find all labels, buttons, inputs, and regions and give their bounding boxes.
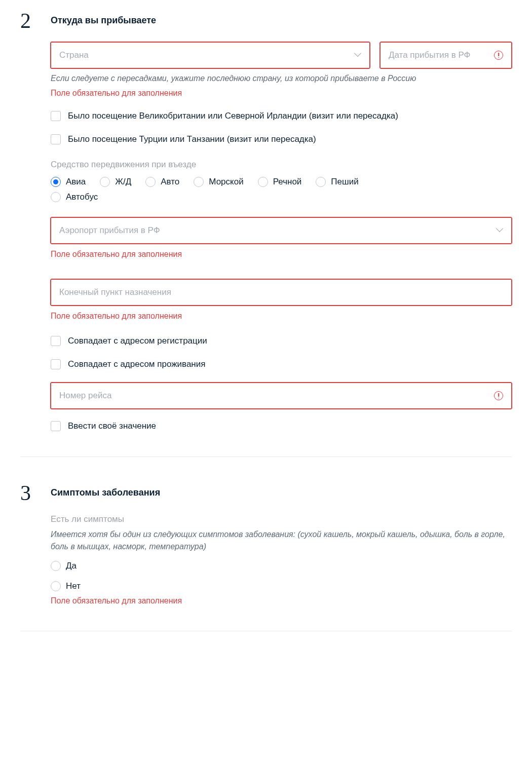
symptoms-error: Поле обязательно для заполнения xyxy=(51,596,512,605)
checkbox-same-reg[interactable] xyxy=(51,336,61,346)
symptoms-hint: Имеется хотя бы один из следующих симпто… xyxy=(51,528,512,553)
radio-label-sea: Морской xyxy=(209,177,243,187)
radio-label-river: Речной xyxy=(273,177,302,187)
destination-error: Поле обязательно для заполнения xyxy=(51,312,512,321)
step-number-3: 3 xyxy=(20,482,35,605)
radio-yes[interactable] xyxy=(51,561,61,571)
radio-item-river[interactable]: Речной xyxy=(258,177,302,187)
checkbox-visited-turkey[interactable] xyxy=(51,134,61,144)
section-symptoms: 3 Симптомы заболевания Есть ли симптомы … xyxy=(20,482,512,631)
checkbox-visited-uk[interactable] xyxy=(51,111,61,121)
section-2-body: Откуда вы прибываете Страна Дата прибыти… xyxy=(51,10,512,431)
symptoms-radio-group: Да Нет xyxy=(51,561,512,591)
radio-label-auto: Авто xyxy=(161,177,179,187)
radio-item-sea[interactable]: Морской xyxy=(194,177,243,187)
label-visited-turkey: Было посещение Турции или Танзании (визи… xyxy=(68,134,316,144)
section-3-body: Симптомы заболевания Есть ли симптомы Им… xyxy=(51,482,512,605)
radio-rail[interactable] xyxy=(100,177,110,187)
radio-river[interactable] xyxy=(258,177,268,187)
checkbox-custom-value[interactable] xyxy=(51,421,61,431)
label-custom-value: Ввести своё значение xyxy=(68,421,156,431)
radio-label-rail: Ж/Д xyxy=(115,177,131,187)
alert-icon xyxy=(494,51,503,60)
radio-foot[interactable] xyxy=(316,177,326,187)
country-select[interactable]: Страна xyxy=(51,42,370,68)
transit-hint: Если следуете с пересадками, укажите пос… xyxy=(51,72,512,85)
step-number-2: 2 xyxy=(20,10,35,431)
symptoms-label: Есть ли симптомы xyxy=(51,514,512,524)
arrival-date-input[interactable]: Дата прибытия в РФ xyxy=(380,42,512,68)
section-origin: 2 Откуда вы прибываете Страна Дата прибы… xyxy=(20,10,512,457)
label-same-live: Совпадает с адресом проживания xyxy=(68,359,205,369)
radio-label-foot: Пеший xyxy=(331,177,358,187)
transport-group-label: Средство передвижения при въезде xyxy=(51,160,512,170)
airport-placeholder: Аэропорт прибытия в РФ xyxy=(59,225,496,236)
flight-input[interactable]: Номер рейса xyxy=(51,383,512,409)
section-3-title: Симптомы заболевания xyxy=(51,482,512,498)
radio-bus[interactable] xyxy=(51,192,61,202)
radio-label-no: Нет xyxy=(66,581,81,591)
country-error: Поле обязательно для заполнения xyxy=(51,89,512,98)
section-2-title: Откуда вы прибываете xyxy=(51,10,512,26)
radio-sea[interactable] xyxy=(194,177,204,187)
radio-label-bus: Автобус xyxy=(66,192,98,202)
destination-placeholder: Конечный пункт назначения xyxy=(59,287,503,297)
destination-input[interactable]: Конечный пункт назначения xyxy=(51,279,512,306)
alert-icon xyxy=(494,391,503,400)
radio-item-foot[interactable]: Пеший xyxy=(316,177,358,187)
arrival-date-placeholder: Дата прибытия в РФ xyxy=(389,50,494,60)
radio-avia[interactable] xyxy=(51,177,61,187)
radio-no[interactable] xyxy=(51,581,61,591)
radio-auto[interactable] xyxy=(145,177,156,187)
airport-select[interactable]: Аэропорт прибытия в РФ xyxy=(51,217,512,244)
transport-radio-group: Авиа Ж/Д Авто Морской Речной Пеший xyxy=(51,177,512,202)
country-placeholder: Страна xyxy=(59,50,354,60)
radio-item-no[interactable]: Нет xyxy=(51,581,512,591)
radio-item-bus[interactable]: Автобус xyxy=(51,192,512,202)
chevron-down-icon xyxy=(354,52,361,59)
checkbox-same-live[interactable] xyxy=(51,359,61,369)
chevron-down-icon xyxy=(496,227,503,234)
label-visited-uk: Было посещение Великобритании или Северн… xyxy=(68,111,398,121)
radio-item-yes[interactable]: Да xyxy=(51,561,512,571)
radio-label-avia: Авиа xyxy=(66,177,86,187)
label-same-reg: Совпадает с адресом регистрации xyxy=(68,336,207,346)
radio-item-rail[interactable]: Ж/Д xyxy=(100,177,131,187)
airport-error: Поле обязательно для заполнения xyxy=(51,250,512,259)
flight-placeholder: Номер рейса xyxy=(59,391,494,401)
radio-item-avia[interactable]: Авиа xyxy=(51,177,86,187)
radio-label-yes: Да xyxy=(66,561,77,571)
radio-item-auto[interactable]: Авто xyxy=(145,177,179,187)
